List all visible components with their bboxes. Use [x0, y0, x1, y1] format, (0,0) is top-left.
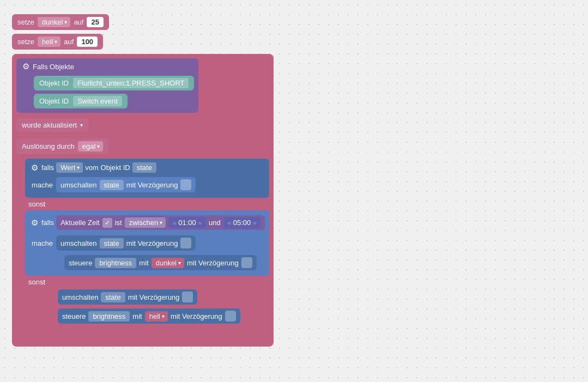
wert-dropdown[interactable]: Wert: [56, 162, 83, 173]
umschalten2-block[interactable]: umschalten state mit Verzögerung: [56, 235, 196, 251]
hell-var-pill[interactable]: hell: [145, 311, 168, 322]
falls-label2: falls: [41, 219, 54, 227]
mit1-label: mit: [139, 259, 148, 267]
state-pill-2: state: [100, 180, 124, 190]
open-quote-2: «: [228, 220, 231, 226]
objekt-id-1-row: Objekt ID Flurlicht_unten:1.PRESS_SHORT: [34, 76, 194, 90]
steuere1-row: steuere brightness mit dunkel mit Verzög…: [62, 254, 265, 271]
state-pill-4: state: [101, 292, 125, 302]
mit-verzogerung5-label: mit Verzögerung: [171, 312, 222, 320]
sonst2-row: sonst: [25, 277, 269, 287]
auslosung-row: Auslösung durch egal: [16, 137, 269, 155]
main-outer-container: ⚙ Falls Objekte Objekt ID Flurlicht_unte…: [12, 54, 274, 347]
outer-pink-block: ⚙ Falls Objekte Objekt ID Flurlicht_unte…: [12, 54, 274, 347]
vom-objekt-label: vom Objekt ID: [85, 163, 130, 172]
dunkel-dropdown[interactable]: dunkel: [38, 17, 70, 27]
sonst1-row: sonst: [25, 199, 269, 209]
toggle-square-5[interactable]: [225, 311, 236, 322]
egal-dropdown[interactable]: egal: [78, 141, 104, 151]
auf-label2: auf: [64, 38, 74, 46]
ist-label: ist: [115, 219, 122, 227]
setze-hell-label: setze: [17, 38, 34, 46]
wurde-row: wurde aktualisiert ▾: [16, 117, 269, 133]
state-pill-3: state: [100, 238, 124, 248]
falls-inner2-block: ⚙ falls Aktuelle Zeit ✓ ist zwischen « 0…: [25, 210, 269, 276]
state-pill-1: state: [132, 162, 156, 173]
falls-objekte-row: ⚙ Falls Objekte Objekt ID Flurlicht_unte…: [16, 58, 269, 113]
toggle-square-1[interactable]: [180, 179, 191, 190]
mit2-label: mit: [132, 312, 142, 320]
objekt-id-label-2: Objekt ID: [39, 97, 69, 105]
umschalten1-label: umschalten: [60, 181, 96, 189]
wurde-block[interactable]: wurde aktualisiert ▾: [16, 118, 88, 132]
workspace: setze dunkel auf 25 setze hell auf 100 ⚙…: [7, 7, 581, 352]
time-block-2[interactable]: « 05:00 »: [223, 217, 261, 228]
brightness1-pill: brightness: [95, 258, 136, 268]
umschalten3-block[interactable]: umschalten state mit Verzögerung: [58, 289, 197, 305]
hell-value[interactable]: 100: [77, 37, 98, 47]
toggle-square-2[interactable]: [180, 238, 191, 248]
setze-dunkel-label: setze: [17, 18, 34, 26]
mit-verzogerung3-label: mit Verzögerung: [187, 259, 239, 267]
objekt-id-2-block[interactable]: Objekt ID Switch event: [34, 94, 128, 108]
checkmark-icon[interactable]: ✓: [102, 218, 112, 228]
objekt-value-2: Switch event: [73, 96, 122, 106]
objekt-id-1-block[interactable]: Objekt ID Flurlicht_unten:1.PRESS_SHORT: [34, 76, 194, 90]
falls-wert-row: ⚙ falls Wert vom Objekt ID state: [29, 162, 265, 173]
close-quote-2: »: [253, 220, 256, 226]
setze-hell-block[interactable]: setze hell auf 100: [12, 34, 103, 50]
time-value-2: 05:00: [233, 219, 251, 227]
falls-inner-wrapper: ⚙ falls Wert vom Objekt ID state mache u…: [25, 159, 269, 326]
steuere2-block[interactable]: steuere brightness mit hell mit Verzöger…: [58, 308, 240, 324]
setze-dunkel-row: setze dunkel auf 25: [12, 13, 576, 31]
objekt-id-label-1: Objekt ID: [39, 79, 69, 87]
sonst1-label: sonst: [25, 199, 49, 209]
dunkel-value[interactable]: 25: [87, 17, 103, 27]
mit-verzogerung4-label: mit Verzögerung: [128, 293, 180, 301]
close-quote-1: »: [198, 220, 202, 226]
mache1-label: mache: [32, 181, 53, 189]
toggle-square-4[interactable]: [182, 292, 193, 302]
mache2-label: mache: [32, 239, 53, 247]
bottom-bar: [16, 330, 125, 341]
umschalten3-label: umschalten: [62, 293, 98, 301]
falls-objekte-header: ⚙ Falls Objekte: [21, 62, 194, 71]
sonst2-label: sonst: [25, 277, 49, 287]
mache1-row: mache umschalten state mit Verzögerung: [29, 176, 265, 193]
umschalten1-block[interactable]: umschalten state mit Verzögerung: [56, 177, 196, 192]
falls-aktuelle-zeit-row: ⚙ falls Aktuelle Zeit ✓ ist zwischen « 0…: [29, 214, 265, 231]
hell-dropdown[interactable]: hell: [38, 37, 60, 47]
steuere2-row: steuere brightness mit hell mit Verzöger…: [58, 307, 269, 325]
gear-icon-2: ⚙: [29, 163, 39, 173]
auf-label1: auf: [74, 18, 83, 26]
time-value-1: 01:00: [178, 219, 196, 227]
objekt-value-1: Flurlicht_unten:1.PRESS_SHORT: [73, 78, 189, 88]
gear-icon-3: ⚙: [29, 218, 39, 228]
aktuelle-zeit-block[interactable]: Aktuelle Zeit ✓ ist zwischen « 01:00 » u…: [56, 215, 265, 230]
setze-hell-row: setze hell auf 100: [12, 33, 576, 51]
falls-objekte-block[interactable]: ⚙ Falls Objekte Objekt ID Flurlicht_unte…: [16, 58, 198, 113]
mit-verzogerung1-label: mit Verzögerung: [126, 181, 178, 189]
toggle-square-3[interactable]: [241, 257, 252, 268]
wurde-label: wurde aktualisiert: [22, 121, 77, 129]
falls-label: falls: [41, 163, 54, 172]
steuere1-block[interactable]: steuere brightness mit dunkel mit Verzög…: [64, 255, 257, 270]
open-quote-1: «: [173, 220, 176, 226]
falls-objekte-label: Falls Objekte: [33, 63, 74, 71]
steuere1-label: steuere: [69, 259, 92, 267]
zwischen-dropdown[interactable]: zwischen: [125, 217, 166, 228]
und-label: und: [209, 219, 221, 227]
falls-inner-block: ⚙ falls Wert vom Objekt ID state mache u…: [25, 159, 269, 198]
time-block-1[interactable]: « 01:00 »: [168, 217, 206, 228]
wurde-arrow: ▾: [80, 122, 83, 128]
auslosung-label: Auslösung durch: [22, 142, 75, 150]
gear-icon-1: ⚙: [21, 62, 31, 71]
setze-dunkel-block[interactable]: setze dunkel auf 25: [12, 14, 109, 30]
umschalten2-label: umschalten: [60, 239, 96, 247]
dunkel-var-pill[interactable]: dunkel: [151, 258, 184, 268]
brightness2-pill: brightness: [88, 311, 130, 322]
auslosung-block[interactable]: Auslösung durch egal: [16, 138, 108, 154]
objekt-id-2-row: Objekt ID Switch event: [34, 94, 194, 108]
mit-verzogerung2-label: mit Verzögerung: [126, 239, 178, 247]
umschalten3-wrapper: umschalten state mit Verzögerung steuere…: [58, 288, 269, 325]
